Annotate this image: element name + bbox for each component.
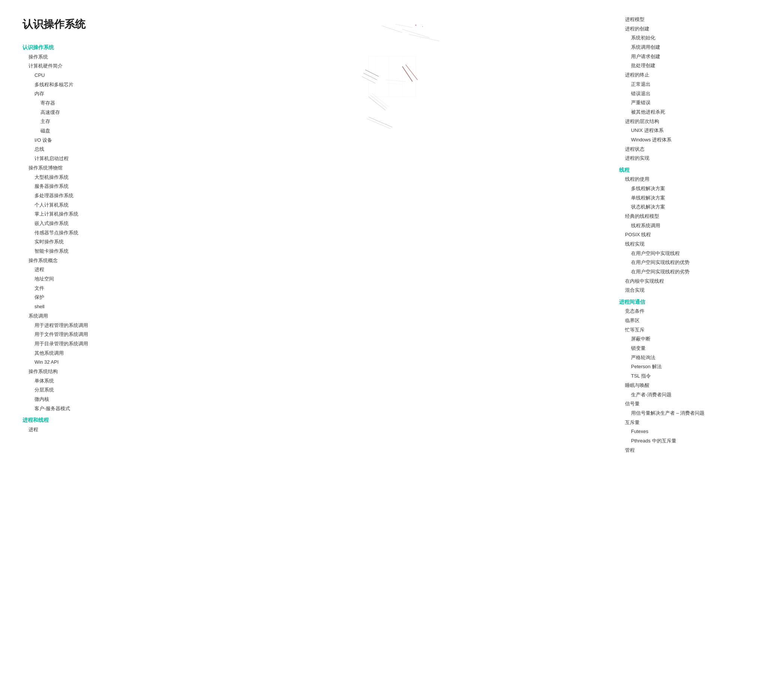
right-toc-item[interactable]: 用户请求创建	[619, 52, 762, 62]
right-toc-item[interactable]: UNIX 进程体系	[619, 126, 762, 135]
right-toc-item[interactable]: 生产者-消费者问题	[619, 390, 762, 400]
left-toc-item[interactable]: 计算机启动过程	[22, 154, 165, 163]
right-toc-item[interactable]: 竞态条件	[619, 307, 762, 316]
left-toc-item[interactable]: 实时操作系统	[22, 237, 165, 247]
left-toc-item[interactable]: 多处理器操作系统	[22, 191, 165, 200]
right-toc-item[interactable]: 在用户空间实现线程的优势	[619, 258, 762, 267]
right-toc-item[interactable]: Windows 进程体系	[619, 135, 762, 145]
svg-point-6	[422, 26, 423, 27]
right-toc-item[interactable]: 互斥量	[619, 418, 762, 427]
left-toc-item[interactable]: 操作系统概念	[22, 256, 165, 266]
left-toc-item[interactable]: I/O 设备	[22, 136, 165, 145]
right-toc-item[interactable]: 在用户空间实现线程的劣势	[619, 267, 762, 277]
right-toc-item[interactable]: 错误退出	[619, 89, 762, 99]
right-toc-item[interactable]: 多线程解决方案	[619, 184, 762, 193]
left-toc-item[interactable]: 系统调用	[22, 312, 165, 321]
left-toc-item[interactable]: 传感器节点操作系统	[22, 228, 165, 238]
right-toc-item[interactable]: 系统调用创建	[619, 43, 762, 52]
right-toc-item[interactable]: 系统初始化	[619, 33, 762, 43]
right-toc-item[interactable]: Pthreads 中的互斥量	[619, 437, 762, 446]
right-toc-item[interactable]: 线程系统调用	[619, 221, 762, 231]
decorative-image	[328, 22, 456, 157]
left-toc-item[interactable]: shell	[22, 302, 165, 312]
left-toc-item[interactable]: CPU	[22, 71, 165, 80]
right-toc-item[interactable]: 在用户空间中实现线程	[619, 249, 762, 258]
left-toc-item[interactable]: 多线程和多核芯片	[22, 80, 165, 90]
right-toc-item[interactable]: TSL 指令	[619, 371, 762, 381]
right-toc-item[interactable]: 状态机解决方案	[619, 202, 762, 212]
left-toc-item[interactable]: 进程	[22, 425, 165, 435]
right-toc-item[interactable]: 被其他进程杀死	[619, 107, 762, 117]
left-toc-item[interactable]: 保护	[22, 293, 165, 302]
right-toc-item[interactable]: 混合实现	[619, 286, 762, 295]
right-toc-item[interactable]: 严格轮询法	[619, 353, 762, 362]
right-toc-item[interactable]: 锁变量	[619, 344, 762, 353]
right-toc-item[interactable]: 单线程解决方案	[619, 193, 762, 203]
left-toc-item[interactable]: 地址空间	[22, 275, 165, 284]
left-toc-item[interactable]: 嵌入式操作系统	[22, 219, 165, 228]
left-toc-item[interactable]: 高速缓存	[22, 108, 165, 117]
right-toc-item[interactable]: 在内核中实现线程	[619, 277, 762, 286]
left-toc-item[interactable]: 主存	[22, 117, 165, 126]
right-toc: 进程模型进程的创建系统初始化系统调用创建用户请求创建批处理创建进程的终止正常退出…	[619, 15, 762, 455]
right-toc-item[interactable]: 睡眠与唤醒	[619, 381, 762, 390]
right-toc-item[interactable]: 屏蔽中断	[619, 334, 762, 344]
right-toc-item[interactable]: 进程的创建	[619, 24, 762, 34]
right-panel: 进程模型进程的创建系统初始化系统调用创建用户请求创建批处理创建进程的终止正常退出…	[619, 15, 762, 661]
right-toc-item[interactable]: Futexes	[619, 427, 762, 437]
right-toc-item[interactable]: 线程实现	[619, 239, 762, 249]
left-toc-item[interactable]: 内存	[22, 89, 165, 99]
left-toc-item[interactable]: 大型机操作系统	[22, 173, 165, 182]
right-toc-item[interactable]: 进程状态	[619, 145, 762, 154]
left-toc-item[interactable]: 掌上计算机操作系统	[22, 210, 165, 219]
left-toc-item[interactable]: 客户-服务器模式	[22, 404, 165, 413]
left-toc-item[interactable]: 个人计算机系统	[22, 200, 165, 210]
right-toc-item[interactable]: 正常退出	[619, 80, 762, 89]
right-toc-item[interactable]: 线程	[619, 165, 762, 175]
left-toc-item[interactable]: 微内核	[22, 395, 165, 404]
left-toc-item[interactable]: 进程和线程	[22, 415, 165, 425]
left-toc-item[interactable]: 用于目录管理的系统调用	[22, 339, 165, 349]
right-toc-item[interactable]: 忙等互斥	[619, 325, 762, 335]
left-toc-item[interactable]: 操作系统博物馆	[22, 163, 165, 173]
right-toc-item[interactable]: 线程的使用	[619, 175, 762, 184]
right-toc-item[interactable]: 临界区	[619, 316, 762, 325]
left-toc-item[interactable]: 其他系统调用	[22, 349, 165, 358]
left-toc: 认识操作系统操作系统计算机硬件简介CPU多线程和多核芯片内存寄存器高速缓存主存磁…	[22, 43, 165, 434]
right-toc-item[interactable]: 进程的实现	[619, 154, 762, 163]
svg-rect-0	[335, 22, 450, 157]
right-toc-item[interactable]: 用信号量解决生产者 – 消费者问题	[619, 409, 762, 418]
left-toc-item[interactable]: 用于进程管理的系统调用	[22, 321, 165, 330]
left-toc-item[interactable]: 服务器操作系统	[22, 182, 165, 191]
center-image	[180, 15, 604, 165]
right-toc-item[interactable]: 信号量	[619, 399, 762, 409]
right-toc-item[interactable]: 进程的层次结构	[619, 117, 762, 126]
left-toc-item[interactable]: 操作系统	[22, 53, 165, 62]
left-toc-item[interactable]: 认识操作系统	[22, 43, 165, 52]
page-container: 认识操作系统 认识操作系统操作系统计算机硬件简介CPU多线程和多核芯片内存寄存器…	[0, 0, 784, 676]
right-toc-item[interactable]: 进程模型	[619, 15, 762, 24]
right-toc-item[interactable]: 经典的线程模型	[619, 212, 762, 221]
left-toc-item[interactable]: 文件	[22, 284, 165, 293]
left-toc-item[interactable]: 操作系统结构	[22, 367, 165, 376]
right-toc-item[interactable]: 进程的终止	[619, 70, 762, 80]
right-toc-item[interactable]: Peterson 解法	[619, 362, 762, 371]
left-toc-item[interactable]: 分层系统	[22, 385, 165, 395]
left-toc-item[interactable]: 进程	[22, 265, 165, 275]
left-toc-item[interactable]: 计算机硬件简介	[22, 62, 165, 71]
right-toc-item[interactable]: 批处理创建	[619, 61, 762, 70]
left-toc-item[interactable]: 智能卡操作系统	[22, 247, 165, 256]
left-toc-item[interactable]: 单体系统	[22, 376, 165, 386]
left-toc-item[interactable]: 总线	[22, 145, 165, 154]
left-toc-item[interactable]: Win 32 API	[22, 358, 165, 367]
left-toc-item[interactable]: 磁盘	[22, 126, 165, 136]
left-toc-item[interactable]: 寄存器	[22, 99, 165, 108]
center-panel	[165, 15, 619, 661]
svg-point-5	[415, 25, 416, 26]
right-toc-item[interactable]: 严重错误	[619, 98, 762, 107]
left-toc-item[interactable]: 用于文件管理的系统调用	[22, 330, 165, 339]
right-toc-item[interactable]: 管程	[619, 446, 762, 455]
left-panel: 认识操作系统 认识操作系统操作系统计算机硬件简介CPU多线程和多核芯片内存寄存器…	[22, 15, 165, 661]
right-toc-item[interactable]: 进程间通信	[619, 297, 762, 307]
right-toc-item[interactable]: POSIX 线程	[619, 230, 762, 239]
